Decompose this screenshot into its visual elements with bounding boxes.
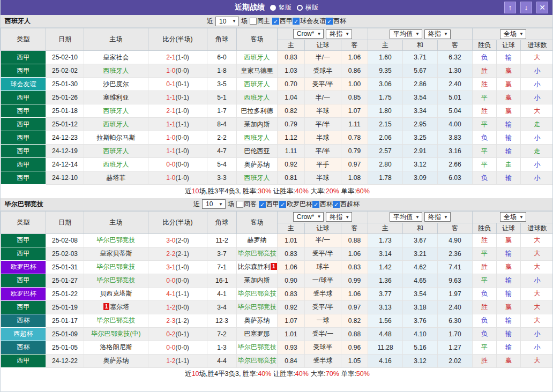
home-odds: 1.04 — [278, 91, 305, 104]
final-odds-select-2[interactable]: 终指▼ — [424, 29, 451, 39]
league-filter[interactable]: ✓西甲 — [272, 17, 293, 26]
handicap: 半/一 — [305, 51, 341, 64]
handicap-result: 输 — [497, 131, 521, 145]
handicap-result: 输 — [497, 145, 521, 158]
handicap-result: 输 — [497, 118, 521, 131]
radio-unselected-icon[interactable] — [297, 5, 303, 11]
score-cell: 1-2(1-1) — [148, 354, 207, 367]
away-team-cell: 巴塞罗那 — [237, 327, 278, 341]
score-cell: 1-1(1-1) — [148, 118, 207, 131]
same-venue-filter[interactable]: 同主 — [250, 17, 270, 26]
avg-away-odds: 6.32 — [438, 51, 473, 64]
final-odds-select[interactable]: 终指▼ — [326, 212, 352, 222]
avg-away-odds: 2.66 — [438, 158, 473, 171]
avg-home-odds: 11.28 — [368, 341, 403, 354]
home-team-name: 皇家贝蒂斯 — [100, 250, 132, 257]
avg-home-odds: 1.60 — [368, 51, 403, 64]
final-odds-select[interactable]: 终指▼ — [326, 29, 352, 39]
league-checkbox[interactable]: ✓ — [312, 201, 319, 208]
home-team-cell: 拉斯帕尔马斯 — [84, 131, 148, 145]
winloss-result: 平 — [473, 145, 497, 158]
table-row: 西杯25-01-17毕尔巴鄂竞技2-3(1-2)12-3奥萨苏纳1.07一球0.… — [1, 314, 553, 327]
move-up-button[interactable]: ↑ — [504, 2, 516, 13]
games-count-select[interactable]: 10▼ — [202, 199, 226, 209]
summary-segment: 近 — [185, 370, 192, 378]
league-checkbox[interactable]: ✓ — [259, 201, 266, 208]
filter-bar: 近 10▼ 场 同主 ✓西甲✓球会友谊✓西杯 — [207, 17, 346, 26]
score-cell: 1-0(1-0) — [148, 171, 207, 185]
same-venue-checkbox[interactable] — [236, 201, 243, 208]
same-venue-checkbox[interactable] — [250, 18, 257, 25]
fulltime-score: 0-0 — [166, 277, 175, 284]
league-checkbox[interactable]: ✓ — [326, 18, 333, 25]
scope-select[interactable]: 全场▼ — [500, 29, 526, 39]
league-checkbox[interactable]: ✓ — [333, 201, 340, 208]
league-filter[interactable]: ✓西杯 — [326, 17, 346, 26]
radio-selected-icon[interactable] — [270, 5, 276, 11]
sub-header-avg-draw: 和 — [403, 40, 438, 51]
corner-count: 4-1 — [207, 287, 237, 300]
col-header-home: 主场 — [84, 211, 148, 233]
winloss-result: 胜 — [473, 260, 497, 274]
league-label: 西甲 — [280, 17, 293, 26]
corner-count: 16-1 — [207, 274, 237, 287]
close-button[interactable]: ✕ — [536, 2, 548, 13]
halftime-score: (1-1) — [176, 357, 189, 365]
home-odds: 1.07 — [278, 314, 305, 327]
bookmaker-select[interactable]: Crow*▼ — [293, 212, 324, 222]
league-filter[interactable]: ✓西杯 — [312, 200, 333, 209]
average-select[interactable]: 平均值▼ — [390, 29, 422, 39]
table-row: 球会友谊25-01-30沙巴度尔0-1(0-1)3-5西班牙人0.70受平/半1… — [1, 78, 553, 91]
goals-result: 大 — [521, 314, 553, 327]
handicap: 半/一 — [305, 233, 341, 247]
scope-select-value: 全场 — [504, 29, 517, 39]
league-filter[interactable]: ✓西超杯 — [333, 200, 360, 209]
home-team-cell: 皇家贝蒂斯 — [84, 247, 148, 260]
chevron-down-icon: ▼ — [232, 19, 236, 24]
league-filter[interactable]: ✓西甲 — [259, 200, 279, 209]
games-count-select[interactable]: 10▼ — [215, 17, 239, 26]
bookmaker-select[interactable]: Crow*▼ — [293, 29, 324, 39]
handicap: 半/一 — [305, 91, 341, 104]
home-team-cell: 毕尔巴鄂竞技 — [84, 314, 148, 327]
avg-away-odds: 3.16 — [438, 145, 473, 158]
average-select[interactable]: 平均值▼ — [390, 212, 422, 222]
home-team-cell: 奥萨苏纳 — [84, 354, 148, 367]
corner-count: 5-1 — [207, 91, 237, 104]
fulltime-score: 0-0 — [166, 344, 175, 351]
sub-header-handicap: 让球 — [305, 40, 341, 51]
away-team-cell: 毕尔巴鄂竞技 — [237, 341, 278, 354]
same-venue-filter[interactable]: 同客 — [236, 200, 257, 209]
final-odds-select-2-value: 终指 — [428, 213, 441, 222]
league-checkbox[interactable]: ✓ — [272, 18, 279, 25]
move-down-button[interactable]: ↓ — [520, 2, 532, 13]
scope-select[interactable]: 全场▼ — [500, 212, 526, 222]
league-checkbox[interactable]: ✓ — [293, 18, 300, 25]
layout-radio-vertical[interactable]: 竖版 — [270, 3, 292, 12]
rank-badge: 1 — [103, 303, 110, 310]
summary-segment: 大率: — [309, 370, 326, 378]
league-filter[interactable]: ✓球会友谊 — [293, 17, 326, 26]
match-type-badge: 西甲 — [1, 171, 46, 185]
col-header-away: 客场 — [237, 211, 278, 233]
avg-draw-odds: 3.18 — [403, 300, 438, 314]
match-date: 24-12-19 — [46, 145, 84, 158]
layout-radio-horizontal[interactable]: 横版 — [297, 3, 318, 12]
chevron-down-icon: ▼ — [519, 32, 524, 36]
match-type-badge: 欧罗巴杯 — [1, 260, 46, 274]
final-odds-select-2[interactable]: 终指▼ — [424, 212, 451, 222]
home-team-name: 赫塔菲 — [107, 174, 126, 182]
away-odds: 1.06 — [341, 287, 368, 300]
league-filter[interactable]: ✓欧罗巴杯 — [279, 200, 312, 209]
league-checkbox[interactable]: ✓ — [279, 201, 286, 208]
corner-count: 4-4 — [207, 354, 237, 367]
col-header-type: 类型 — [1, 211, 46, 233]
avg-home-odds: 1.42 — [368, 260, 403, 274]
corner-count: 3-5 — [207, 78, 237, 91]
home-team-cell: 洛格朗尼斯 — [84, 341, 148, 354]
same-venue-label: 同客 — [244, 200, 257, 209]
section-header: 西班牙人 近 10▼ 场 同主 ✓西甲✓球会友谊✓西杯 — [1, 15, 552, 28]
title-bar: 近期战绩 竖版 横版 ↑ ↓ ✕ — [1, 0, 552, 15]
avg-away-odds: 1.70 — [438, 327, 473, 341]
summary-segment: 10 — [192, 187, 199, 195]
